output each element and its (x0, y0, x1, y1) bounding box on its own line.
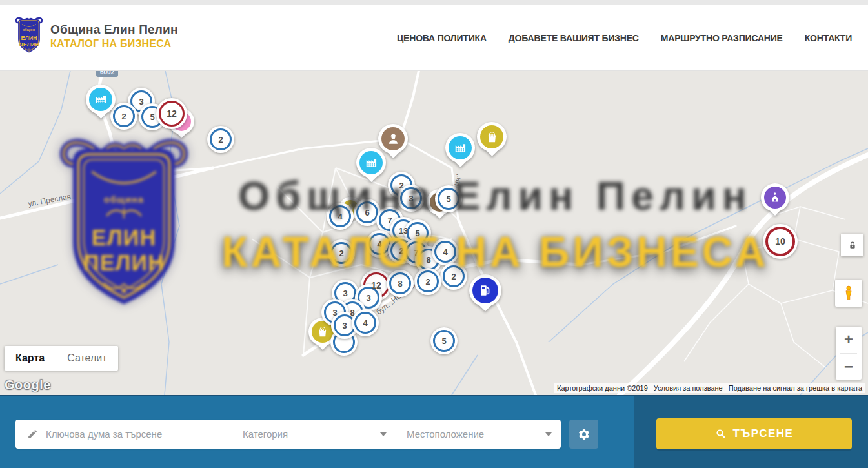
factory-icon (359, 151, 383, 174)
category-select-label: Категория (243, 429, 288, 440)
cluster-marker[interactable]: 2 (440, 263, 467, 290)
site-header: община ЕЛИН ПЕЛИН Община Елин Пелин КАТА… (0, 0, 868, 71)
business-pin-fuel[interactable] (469, 274, 501, 315)
attribution-report-link[interactable]: Подаване на сигнал за грешка в картата (729, 384, 862, 392)
cluster-marker[interactable]: 2 (207, 126, 234, 153)
logo-word-pelin: ПЕЛИН (19, 41, 39, 48)
map-type-map-button[interactable]: Карта (5, 346, 56, 371)
map-attribution: Картографски данни ©2019 Условия за полз… (554, 383, 865, 393)
chevron-down-icon (545, 432, 552, 436)
brand-logo[interactable]: община ЕЛИН ПЕЛИН Община Елин Пелин КАТА… (14, 17, 178, 56)
zoom-in-button[interactable]: + (836, 327, 862, 353)
search-bar: Категория Местоположение ТЪРСЕНЕ (0, 395, 868, 468)
cluster-marker[interactable]: 4 (352, 309, 379, 336)
cluster-marker[interactable]: 10 (763, 224, 798, 259)
site-title: Община Елин Пелин (50, 23, 178, 37)
cluster-marker[interactable]: 4 (432, 238, 459, 265)
map-type-satellite-button[interactable]: Сателит (56, 346, 117, 371)
zoom-control: + − (836, 327, 862, 380)
keyword-search-field[interactable] (15, 420, 232, 449)
search-button-label: ТЪРСЕНЕ (733, 427, 794, 440)
lock-control-button[interactable] (841, 234, 863, 256)
search-icon (715, 428, 727, 440)
logo-word-elin: ЕЛИН (21, 35, 37, 41)
business-pin-factory[interactable] (445, 133, 475, 170)
map-markers-layer: 32512223564713542278422128338334510 (0, 71, 868, 395)
factory-icon (89, 88, 112, 111)
business-pin-bag[interactable] (477, 122, 507, 159)
map-canvas[interactable]: ци"бул. „Новоселул. Преслав6002325122235… (0, 71, 868, 395)
chevron-down-icon (380, 432, 387, 436)
attribution-copyright: Картографски данни ©2019 (557, 384, 648, 392)
page: ци"бул. „Новоселул. Преслав6002325122235… (0, 0, 868, 468)
cluster-marker[interactable]: 5 (435, 185, 462, 212)
business-pin-factory[interactable] (86, 85, 116, 122)
keyword-input[interactable] (46, 429, 224, 440)
cluster-marker[interactable]: 2 (414, 268, 441, 295)
google-logo[interactable]: Google (5, 378, 51, 392)
factory-icon (449, 136, 472, 159)
zoom-out-button[interactable]: − (836, 354, 862, 380)
lock-icon (847, 240, 858, 250)
top-strip (0, 0, 868, 5)
cluster-marker[interactable]: 4 (327, 203, 354, 230)
nav-item-3[interactable]: КОНТАКТИ (805, 33, 852, 43)
attribution-terms-link[interactable]: Условия за ползване (654, 384, 723, 392)
site-subtitle: КАТАЛОГ НА БИЗНЕСА (50, 38, 178, 50)
pegman-street-view-button[interactable] (835, 280, 862, 307)
category-select[interactable]: Категория (232, 420, 396, 449)
business-pin-church[interactable] (761, 183, 789, 219)
worker-icon (381, 127, 405, 150)
nav-item-2[interactable]: МАРШРУТНО РАЗПИСАНИЕ (661, 33, 783, 43)
location-select-label: Местоположение (407, 429, 484, 440)
cluster-marker[interactable]: 5 (430, 327, 458, 354)
cluster-marker[interactable]: 12 (156, 98, 187, 129)
nav-item-0[interactable]: ЦЕНОВА ПОЛИТИКА (397, 33, 487, 43)
main-nav: ЦЕНОВА ПОЛИТИКАДОБАВЕТЕ ВАШИЯТ БИЗНЕСМАР… (397, 5, 852, 71)
map-type-control: Карта Сателит (5, 346, 118, 371)
cluster-marker[interactable]: 8 (387, 270, 414, 297)
fuel-icon (472, 278, 498, 303)
cluster-marker[interactable]: 2 (328, 239, 355, 267)
pegman-icon (840, 285, 857, 301)
search-fields-group: Категория Местоположение (15, 420, 561, 449)
search-button[interactable]: ТЪРСЕНЕ (656, 418, 852, 449)
business-pin-factory[interactable] (356, 148, 386, 185)
advanced-settings-button[interactable] (569, 420, 598, 449)
nav-item-1[interactable]: ДОБАВЕТЕ ВАШИЯТ БИЗНЕС (509, 33, 639, 43)
pencil-icon (27, 429, 38, 440)
location-select[interactable]: Местоположение (396, 420, 561, 449)
bag-icon (480, 125, 503, 148)
logo-word-obshtina: община (23, 28, 35, 32)
church-icon (764, 187, 786, 209)
municipal-shield-logo: община ЕЛИН ПЕЛИН (14, 17, 44, 56)
gear-icon (578, 428, 590, 441)
